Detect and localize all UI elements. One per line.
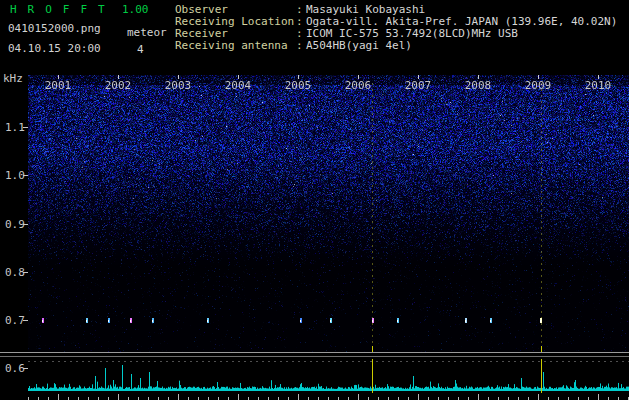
y-tick-mark <box>23 175 28 176</box>
x-tick-label: 2005 <box>285 80 312 92</box>
level-plot-canvas <box>28 358 629 400</box>
y-tick-label: 0.6 <box>5 363 25 375</box>
y-tick-label: 0.9 <box>5 219 25 231</box>
x-tick-label: 2008 <box>465 80 492 92</box>
y-tick-label: 1.1 <box>5 122 25 134</box>
y-axis-unit: kHz <box>3 73 23 85</box>
x-tick-label: 2004 <box>225 80 252 92</box>
y-tick-label: 1.0 <box>5 170 25 182</box>
app-title: HROFFT <box>10 4 116 16</box>
x-tick-label: 2007 <box>405 80 432 92</box>
hrofft-window: HROFFT 1.00 0410152000.png meteor 04.10.… <box>0 0 629 400</box>
app-version: 1.00 <box>122 4 149 16</box>
info-row: Receiving antenna:A504HB(yagi 4el) <box>175 40 617 52</box>
y-tick-mark <box>23 224 28 225</box>
x-tick-label: 2009 <box>525 80 552 92</box>
y-tick-mark <box>23 127 28 128</box>
info-value: A504HB(yagi 4el) <box>306 40 412 52</box>
observer-info: Observer:Masayuki Kobayashi Receiving Lo… <box>175 4 617 52</box>
x-tick-label: 2002 <box>105 80 132 92</box>
x-tick-label: 2006 <box>345 80 372 92</box>
x-tick-label: 2010 <box>585 80 612 92</box>
info-label: Receiving antenna <box>175 40 296 52</box>
y-tick-label: 0.8 <box>5 267 25 279</box>
x-tick-label: 2001 <box>45 80 72 92</box>
output-filename: 0410152000.png <box>8 23 101 35</box>
info-colon: : <box>296 40 306 52</box>
y-tick-mark <box>23 320 28 321</box>
separator-line <box>0 352 629 353</box>
y-tick-mark <box>23 272 28 273</box>
y-tick-mark <box>23 368 28 369</box>
echo-count: 4 <box>137 44 144 56</box>
y-tick-label: 0.7 <box>5 315 25 327</box>
spectrogram-canvas <box>28 75 629 352</box>
separator-line <box>0 356 629 357</box>
x-tick-label: 2003 <box>165 80 192 92</box>
mode-label: meteor <box>127 27 167 39</box>
datetime-label: 04.10.15 20:00 <box>8 43 101 55</box>
